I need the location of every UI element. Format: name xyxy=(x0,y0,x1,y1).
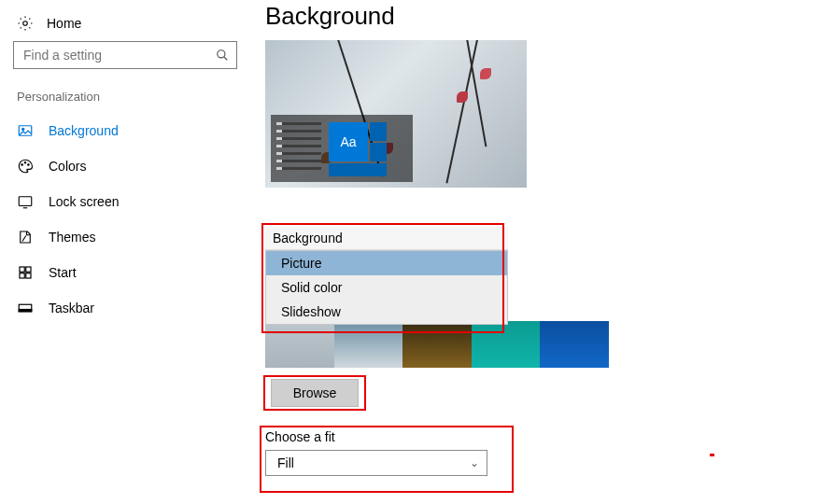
background-preview: Aa xyxy=(265,40,527,188)
lock-screen-icon xyxy=(17,193,34,210)
nav-item-colors[interactable]: Colors xyxy=(13,148,252,184)
svg-rect-8 xyxy=(19,197,32,206)
fit-value: Fill xyxy=(277,455,294,470)
svg-rect-13 xyxy=(26,273,31,278)
nav-label: Themes xyxy=(49,230,96,245)
svg-point-0 xyxy=(23,21,28,26)
dropdown-option-slideshow[interactable]: Slideshow xyxy=(266,300,507,324)
fit-select[interactable]: Fill ⌄ xyxy=(265,450,487,476)
home-label: Home xyxy=(47,16,81,31)
gear-icon xyxy=(17,15,34,32)
svg-rect-12 xyxy=(20,273,24,278)
svg-point-6 xyxy=(24,162,26,164)
image-thumb[interactable] xyxy=(265,321,334,368)
home-link[interactable]: Home xyxy=(13,9,252,41)
search-input-box[interactable] xyxy=(13,41,237,69)
nav-item-themes[interactable]: Themes xyxy=(13,219,252,255)
fit-label: Choose a fit xyxy=(265,429,510,444)
nav-label: Colors xyxy=(49,159,86,174)
background-dropdown-list[interactable]: Picture Solid color Slideshow xyxy=(265,250,508,325)
image-thumb[interactable] xyxy=(540,321,609,368)
nav-item-lock-screen[interactable]: Lock screen xyxy=(13,184,252,219)
taskbar-icon xyxy=(17,300,34,316)
image-thumb[interactable] xyxy=(334,321,403,368)
image-thumb[interactable] xyxy=(402,321,472,368)
svg-point-7 xyxy=(28,164,30,166)
nav-item-start[interactable]: Start xyxy=(13,255,252,290)
nav-item-taskbar[interactable]: Taskbar xyxy=(13,290,252,326)
svg-rect-11 xyxy=(26,267,31,272)
background-dropdown-wrap: Background Picture Solid color Slideshow xyxy=(265,227,508,325)
svg-point-5 xyxy=(21,164,23,166)
svg-point-4 xyxy=(22,128,24,130)
svg-rect-10 xyxy=(20,267,24,272)
nav-label: Taskbar xyxy=(49,301,94,315)
search-input[interactable] xyxy=(23,48,201,63)
nav-item-background[interactable]: Background xyxy=(13,113,252,148)
search-icon xyxy=(216,49,229,62)
dropdown-label: Background xyxy=(265,227,508,250)
nav-label: Start xyxy=(49,265,77,280)
preview-tile: Aa xyxy=(329,122,368,161)
palette-icon xyxy=(17,158,34,175)
image-thumb[interactable] xyxy=(472,321,541,368)
browse-button[interactable]: Browse xyxy=(271,379,359,407)
start-icon xyxy=(17,264,34,281)
preview-start-mock: Aa xyxy=(271,115,413,182)
svg-point-1 xyxy=(218,50,225,58)
section-label: Personalization xyxy=(13,90,252,113)
dropdown-option-solid-color[interactable]: Solid color xyxy=(266,275,507,300)
svg-rect-15 xyxy=(19,310,32,312)
chevron-down-icon: ⌄ xyxy=(470,456,479,469)
nav-label: Lock screen xyxy=(49,194,119,209)
svg-line-2 xyxy=(224,57,228,61)
recent-images-row xyxy=(265,321,609,368)
page-title: Background xyxy=(265,2,609,31)
themes-icon xyxy=(17,229,34,245)
dropdown-option-picture[interactable]: Picture xyxy=(266,251,507,275)
stray-mark xyxy=(710,454,714,456)
nav-label: Background xyxy=(49,123,119,138)
picture-icon xyxy=(17,122,34,139)
